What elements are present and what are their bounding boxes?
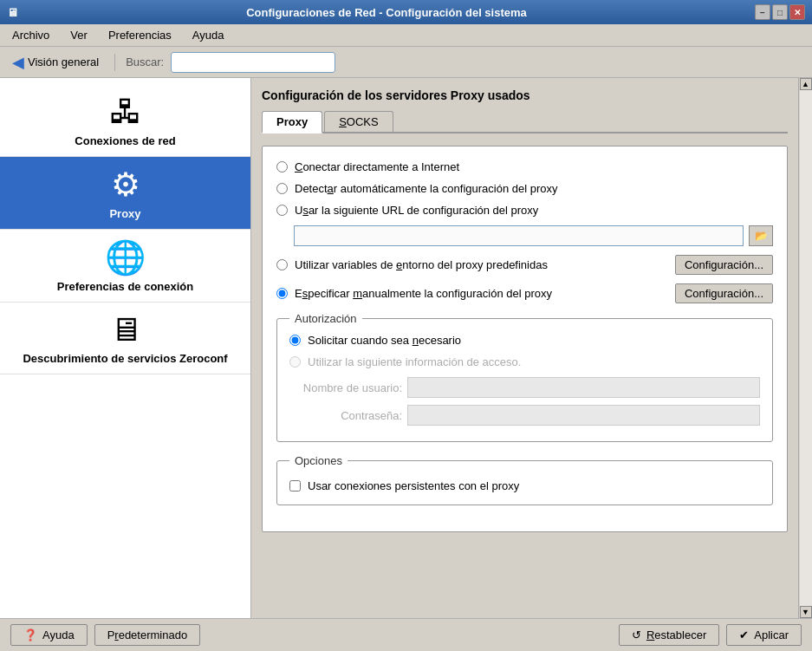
prefs-icon: 🌐 [105, 238, 146, 277]
close-button[interactable]: ✕ [789, 4, 805, 20]
option-url-row: Usar la siguiente URL de configuración d… [276, 204, 773, 217]
menu-preferencias[interactable]: Preferencias [103, 27, 177, 43]
password-input[interactable] [407, 405, 760, 426]
bottom-right: ↺ Restablecer ✔ Aplicar [619, 624, 802, 646]
restore-label: Restablecer [646, 628, 706, 641]
config-env-button[interactable]: Configuración... [675, 255, 773, 275]
auth-utilizar-label: Utilizar la siguiente información de acc… [308, 355, 521, 368]
username-label: Nombre de usuario: [289, 381, 402, 394]
menu-ver[interactable]: Ver [65, 27, 93, 43]
url-input[interactable] [294, 225, 744, 246]
url-row: 📂 [294, 225, 773, 246]
zeroconf-icon: 🖥 [109, 311, 142, 348]
proxy-icon: ⚙ [111, 166, 140, 204]
bottom-left: ❓ Ayuda Predeterminado [10, 624, 200, 646]
bottom-bar: ❓ Ayuda Predeterminado ↺ Restablecer ✔ A… [0, 618, 812, 651]
toolbar: ◀ Visión general Buscar: [0, 47, 812, 78]
restore-icon: ↺ [632, 628, 641, 641]
tab-bar: Proxy SOCKS [262, 111, 788, 133]
autorizacion-fieldset: Autorización Solicitar cuando sea necesa… [276, 312, 773, 442]
default-button[interactable]: Predeterminado [94, 624, 201, 646]
titlebar-title: Configuraciones de Red - Configuración d… [18, 6, 755, 19]
auth-utilizar-radio[interactable] [289, 356, 301, 368]
menubar: Archivo Ver Preferencias Ayuda [0, 24, 812, 47]
apply-button[interactable]: ✔ Aplicar [726, 624, 802, 646]
password-label: Contraseña: [289, 409, 402, 422]
help-icon: ❓ [23, 628, 37, 641]
default-label: Predeterminado [107, 628, 188, 641]
back-label: Visión general [28, 55, 99, 68]
sidebar-item-preferencias[interactable]: 🌐 Preferencias de conexión [0, 230, 250, 303]
help-button[interactable]: ❓ Ayuda [10, 624, 88, 646]
option-manual-label[interactable]: Especificar manualmente la configuración… [295, 287, 552, 300]
tab-proxy-label: Proxy [276, 115, 308, 128]
menu-ayuda[interactable]: Ayuda [187, 27, 230, 43]
scroll-down-button[interactable]: ▼ [800, 606, 812, 618]
auth-utilizar-row: Utilizar la siguiente información de acc… [289, 355, 760, 368]
persistent-checkbox-row: Usar conexiones persistentes con el prox… [289, 476, 760, 496]
auth-solicitar-row: Solicitar cuando sea necesario [289, 334, 760, 347]
apply-label: Aplicar [754, 628, 789, 641]
content-panel: Conectar directamente a Internet Detecta… [262, 146, 788, 532]
option-url-label[interactable]: Usar la siguiente URL de configuración d… [295, 204, 538, 217]
menu-archivo[interactable]: Archivo [7, 27, 55, 43]
apply-icon: ✔ [739, 628, 749, 641]
restore-button[interactable]: ↺ Restablecer [619, 624, 719, 646]
titlebar-controls: − □ ✕ [755, 4, 805, 20]
option-auto-row: Detectar automáticamente la configuració… [276, 182, 773, 195]
persistent-label[interactable]: Usar conexiones persistentes con el prox… [308, 479, 519, 492]
option-auto-label[interactable]: Detectar automáticamente la configuració… [295, 182, 558, 195]
network-icon: 🖧 [109, 94, 142, 131]
maximize-button[interactable]: □ [772, 4, 788, 20]
titlebar: 🖥 Configuraciones de Red - Configuración… [0, 0, 812, 24]
content-area: Configuración de los servidores Proxy us… [251, 78, 798, 618]
option-env-row: Utilizar variables de entorno del proxy … [276, 255, 773, 275]
tab-proxy[interactable]: Proxy [262, 111, 322, 133]
option-direct-row: Conectar directamente a Internet [276, 160, 773, 173]
option-env-label[interactable]: Utilizar variables de entorno del proxy … [295, 258, 548, 271]
section-title: Configuración de los servidores Proxy us… [262, 88, 788, 102]
sidebar-item-proxy[interactable]: ⚙ Proxy [0, 157, 250, 230]
sidebar-item-preferencias-label: Preferencias de conexión [57, 280, 194, 293]
option-url-radio[interactable] [276, 205, 288, 216]
autorizacion-legend: Autorización [289, 312, 362, 325]
sidebar-item-conexiones-label: Conexiones de red [75, 134, 175, 147]
config-manual-button[interactable]: Configuración... [675, 283, 773, 303]
titlebar-icon: 🖥 [7, 6, 18, 19]
option-direct-label[interactable]: Conectar directamente a Internet [295, 160, 459, 173]
auth-solicitar-radio[interactable] [289, 335, 301, 346]
option-env-radio[interactable] [276, 259, 288, 270]
username-input[interactable] [407, 377, 760, 398]
option-manual-row: Especificar manualmente la configuración… [276, 283, 773, 303]
back-icon: ◀ [12, 53, 24, 72]
url-browse-button[interactable]: 📂 [749, 225, 773, 246]
search-label: Buscar: [126, 55, 164, 68]
option-manual-radio[interactable] [276, 288, 288, 299]
sidebar-item-zeroconf-label: Descubrimiento de servicios Zeroconf [23, 352, 227, 365]
option-direct-radio[interactable] [276, 161, 288, 173]
minimize-button[interactable]: − [755, 4, 770, 20]
sidebar-item-proxy-label: Proxy [109, 207, 140, 220]
search-input[interactable] [171, 52, 335, 73]
sidebar: 🖧 Conexiones de red ⚙ Proxy 🌐 Preferenci… [0, 78, 251, 618]
tab-socks-label: SOCKS [339, 115, 379, 128]
option-auto-radio[interactable] [276, 183, 288, 194]
tab-socks[interactable]: SOCKS [324, 111, 393, 132]
sidebar-item-conexiones[interactable]: 🖧 Conexiones de red [0, 85, 250, 157]
persistent-checkbox[interactable] [289, 480, 301, 492]
sidebar-item-zeroconf[interactable]: 🖥 Descubrimiento de servicios Zeroconf [0, 303, 250, 374]
username-row: Nombre de usuario: [289, 377, 760, 398]
back-button[interactable]: ◀ Visión general [7, 50, 104, 75]
toolbar-separator [114, 54, 115, 71]
opciones-legend: Opciones [289, 454, 348, 467]
password-row: Contraseña: [289, 405, 760, 426]
scroll-up-button[interactable]: ▲ [800, 78, 812, 90]
scrollbar[interactable]: ▲ ▼ [798, 78, 812, 618]
help-label: Ayuda [42, 628, 75, 641]
opciones-fieldset: Opciones Usar conexiones persistentes co… [276, 454, 773, 505]
auth-solicitar-label[interactable]: Solicitar cuando sea necesario [308, 334, 461, 347]
